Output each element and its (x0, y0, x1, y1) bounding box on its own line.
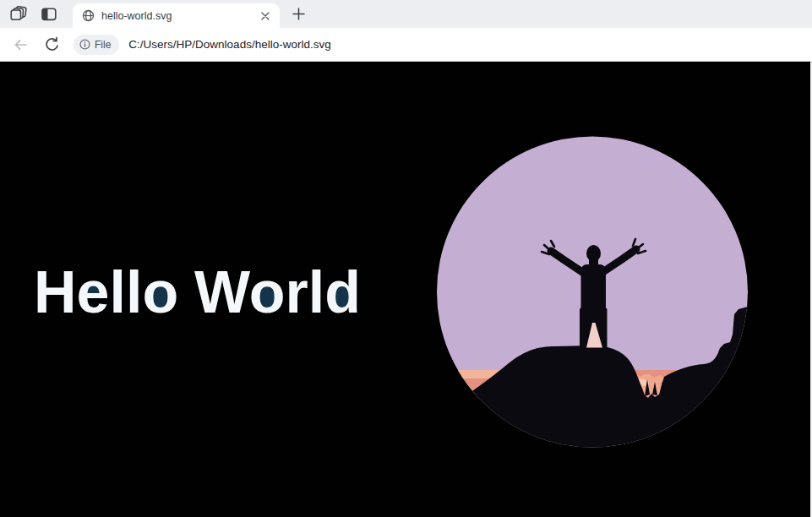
address-bar[interactable]: File C:/Users/HP/Downloads/hello-world.s… (74, 32, 804, 57)
workspaces-icon-glyph (10, 6, 27, 22)
globe-icon (82, 9, 95, 22)
hello-world-svg-artwork: Hello World (0, 62, 812, 517)
tab-actions-icon-glyph (41, 8, 57, 21)
close-icon-glyph (261, 12, 270, 20)
headline-word-world: World (194, 259, 361, 325)
tab-bar: hello-world.svg (0, 0, 812, 28)
url-text: C:/Users/HP/Downloads/hello-world.svg (128, 38, 330, 51)
tab-title: hello-world.svg (101, 10, 258, 22)
plus-icon (292, 8, 305, 20)
back-icon[interactable] (8, 33, 32, 57)
refresh-icon[interactable] (40, 33, 63, 57)
file-badge-label: File (95, 39, 111, 51)
new-tab-button[interactable] (287, 3, 309, 25)
browser-tab[interactable]: hello-world.svg (73, 3, 280, 28)
page-content: Hello World (0, 62, 812, 517)
file-badge[interactable]: File (74, 35, 119, 55)
workspaces-icon[interactable] (8, 3, 30, 25)
browser-window: hello-world.svg (0, 0, 812, 517)
tab-actions-icon[interactable] (38, 3, 60, 25)
headline-word-hello: Hello (34, 259, 178, 325)
moon-illustration (421, 127, 771, 473)
refresh-icon-glyph (44, 36, 60, 52)
navigation-toolbar: File C:/Users/HP/Downloads/hello-world.s… (0, 28, 812, 62)
close-icon[interactable] (258, 8, 273, 24)
info-icon (79, 39, 90, 50)
back-icon-glyph (13, 37, 29, 52)
